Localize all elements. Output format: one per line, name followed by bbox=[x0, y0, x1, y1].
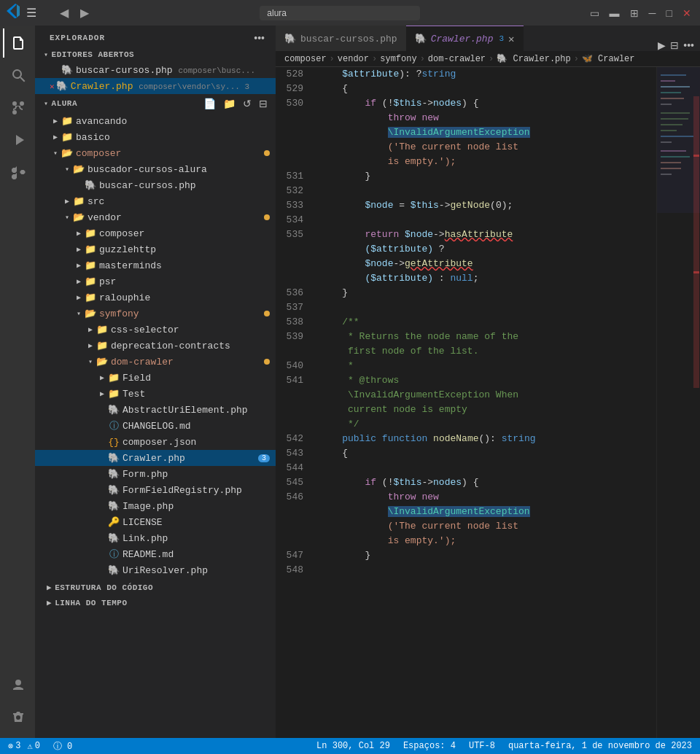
file-changelog[interactable]: ⓘ CHANGELOG.md bbox=[35, 418, 276, 434]
back-button[interactable]: ◀ bbox=[55, 4, 73, 21]
folder-vendor-label: vendor bbox=[88, 212, 264, 223]
folder-field[interactable]: ▶ 📁 Field bbox=[35, 370, 276, 386]
status-errors[interactable]: ⊗ 3 ⚠ 0 bbox=[6, 741, 42, 752]
folder-field-arrow: ▶ bbox=[96, 373, 108, 382]
file-formfieldregistry[interactable]: 🐘 FormFieldRegistry.php bbox=[35, 482, 276, 498]
code-line-535b: ($attribute) ? bbox=[319, 242, 656, 257]
activity-extensions[interactable] bbox=[3, 157, 32, 186]
folder-css-selector[interactable]: ▶ 📁 css-selector bbox=[35, 322, 276, 338]
folder-vendor[interactable]: ▾ 📂 vendor bbox=[35, 209, 276, 225]
sidebar-more-btn[interactable]: ••• bbox=[252, 31, 267, 44]
ln-532: 532 bbox=[276, 184, 312, 198]
hamburger-icon[interactable]: ☰ bbox=[26, 6, 36, 20]
code-msg2b: is empty.'); bbox=[319, 534, 456, 548]
status-encoding[interactable]: UTF-8 bbox=[467, 741, 497, 751]
activity-settings[interactable] bbox=[3, 703, 32, 732]
breadcrumb-crawler-php[interactable]: 🐘 Crawler.php bbox=[497, 53, 570, 64]
file-link[interactable]: 🐘 Link.php bbox=[35, 530, 276, 546]
status-datetime[interactable]: quarta-feira, 1 de novembro de 2023 bbox=[506, 741, 694, 751]
folder-sf-arrow: ▾ bbox=[73, 309, 85, 318]
status-info[interactable]: ⓘ 0 bbox=[51, 740, 74, 753]
folder-masterminds[interactable]: ▶ 📁 masterminds bbox=[35, 257, 276, 273]
breadcrumb-crawler-class[interactable]: 🦋 Crawler bbox=[582, 53, 635, 64]
tab-crawler[interactable]: 🐘 Crawler.php 3 ✕ bbox=[406, 26, 524, 51]
code-line-541c: current node is empty bbox=[319, 403, 656, 417]
breadcrumb-vendor[interactable]: vendor bbox=[338, 54, 369, 64]
sep1: › bbox=[330, 54, 335, 64]
status-spaces[interactable]: Espaços: 4 bbox=[401, 741, 458, 751]
code-content[interactable]: $attribute): ?string { if (!$this->nodes… bbox=[312, 67, 656, 738]
folder-ralouphie[interactable]: ▶ 📁 ralouphie bbox=[35, 289, 276, 306]
collapse-all-btn[interactable]: ⊟ bbox=[257, 97, 270, 110]
breadcrumb-composer[interactable]: composer bbox=[284, 54, 327, 64]
folder-guzzle-arrow: ▶ bbox=[73, 245, 85, 254]
minimize-button[interactable]: ─ bbox=[646, 6, 659, 20]
folder-src[interactable]: ▶ 📁 src bbox=[35, 193, 276, 209]
search-input[interactable] bbox=[260, 6, 420, 20]
encoding-text: UTF-8 bbox=[469, 741, 495, 751]
activity-search[interactable] bbox=[3, 61, 32, 90]
folder-test[interactable]: ▶ 📁 Test bbox=[35, 386, 276, 402]
file-form[interactable]: 🐘 Form.php bbox=[35, 466, 276, 482]
folder-psr[interactable]: ▶ 📁 psr bbox=[35, 273, 276, 289]
folder-vendor-composer[interactable]: ▶ 📁 composer bbox=[35, 225, 276, 241]
folder-guzzlehttp[interactable]: ▶ 📁 guzzlehttp bbox=[35, 241, 276, 257]
breadcrumb-symfony[interactable]: symfony bbox=[380, 54, 416, 64]
maximize-button[interactable]: □ bbox=[664, 6, 675, 20]
folder-symfony[interactable]: ▾ 📂 symfony bbox=[35, 306, 276, 322]
open-file-buscar-cursos[interactable]: 🐘 buscar-cursos.php composer\busc... bbox=[35, 62, 276, 78]
layout-sidebar-btn[interactable]: ▬ bbox=[607, 6, 623, 20]
file-crawler-php[interactable]: 🐘 Crawler.php 3 bbox=[35, 450, 276, 466]
tab-crawler-close[interactable]: ✕ bbox=[508, 33, 514, 45]
close-icon-crawler[interactable]: ✕ bbox=[50, 82, 55, 91]
file-composer-json[interactable]: {} composer.json bbox=[35, 434, 276, 450]
file-readme[interactable]: ⓘ README.md bbox=[35, 546, 276, 562]
status-position[interactable]: Ln 300, Col 29 bbox=[314, 741, 392, 751]
tab-buscar-label: buscar-cursos.php bbox=[300, 34, 397, 44]
run-tab-btn[interactable]: ▶ bbox=[658, 39, 666, 51]
refresh-btn[interactable]: ↺ bbox=[241, 97, 254, 110]
ln-540: 540 bbox=[276, 359, 312, 373]
folder-avancando[interactable]: ▶ 📁 avancando bbox=[35, 113, 276, 129]
file-image[interactable]: 🐘 Image.php bbox=[35, 498, 276, 514]
folder-buscador[interactable]: ▾ 📂 buscador-cursos-alura bbox=[35, 161, 276, 177]
breadcrumb-dom-crawler[interactable]: dom-crawler bbox=[428, 54, 486, 64]
tab-buscar-cursos[interactable]: 🐘 buscar-cursos.php bbox=[276, 26, 406, 51]
tab-buscar-icon: 🐘 bbox=[284, 33, 296, 44]
sidebar: EXPLORADOR ••• ▾ EDITORES ABERTOS 🐘 busc… bbox=[35, 26, 276, 738]
forward-button[interactable]: ▶ bbox=[76, 4, 93, 21]
split-editor-btn[interactable]: ⊟ bbox=[670, 39, 679, 51]
code-533: $node = $this->getNode(0); bbox=[319, 198, 513, 213]
activity-explorer[interactable] bbox=[3, 28, 32, 58]
code-line-msg1b: is empty.'); bbox=[319, 155, 656, 169]
folder-composer[interactable]: ▾ 📂 composer bbox=[35, 145, 276, 161]
new-file-btn[interactable]: 📄 bbox=[201, 97, 218, 110]
code-structure-header[interactable]: ▶ ESTRUTURA DO CÓDIGO bbox=[44, 580, 276, 595]
file-uriresolver[interactable]: 🐘 UriResolver.php bbox=[35, 562, 276, 578]
layout-grid-btn[interactable]: ⊞ bbox=[627, 6, 642, 20]
folder-basico[interactable]: ▶ 📁 basico bbox=[35, 129, 276, 145]
code-line-exception1: \InvalidArgumentException bbox=[319, 125, 656, 140]
alura-section-header[interactable]: ▾ ALURA 📄 📁 ↺ ⊟ bbox=[35, 94, 276, 113]
folder-field-icon: 📁 bbox=[108, 372, 120, 384]
code-531: } bbox=[319, 169, 370, 184]
more-tabs-btn[interactable]: ••• bbox=[683, 39, 694, 51]
bottom-sections: ▶ ESTRUTURA DO CÓDIGO ▶ LINHA DO TEMPO bbox=[35, 578, 276, 610]
open-file-crawler[interactable]: ✕ 🐘 Crawler.php composer\vendor\sy... 3 bbox=[35, 78, 276, 94]
open-editors-header[interactable]: ▾ EDITORES ABERTOS bbox=[35, 47, 276, 62]
code-541c: current node is empty bbox=[319, 403, 467, 417]
folder-dom-crawler[interactable]: ▾ 📂 dom-crawler bbox=[35, 354, 276, 370]
activity-account[interactable] bbox=[3, 671, 32, 700]
file-license[interactable]: 🔑 LICENSE bbox=[35, 514, 276, 530]
file-abstract[interactable]: 🐘 AbstractUriElement.php bbox=[35, 402, 276, 418]
timeline-header[interactable]: ▶ LINHA DO TEMPO bbox=[44, 595, 276, 610]
activity-run[interactable] bbox=[3, 125, 32, 154]
sep4: › bbox=[489, 54, 494, 64]
ln-empty7 bbox=[276, 271, 312, 286]
folder-deprecation[interactable]: ▶ 📁 deprecation-contracts bbox=[35, 338, 276, 354]
file-buscar-cursos-sidebar[interactable]: 🐘 buscar-cursos.php bbox=[35, 177, 276, 193]
new-folder-btn[interactable]: 📁 bbox=[221, 97, 238, 110]
close-button[interactable]: ✕ bbox=[680, 6, 694, 20]
layout-panel-btn[interactable]: ▭ bbox=[587, 6, 602, 20]
activity-source-control[interactable] bbox=[3, 93, 32, 122]
